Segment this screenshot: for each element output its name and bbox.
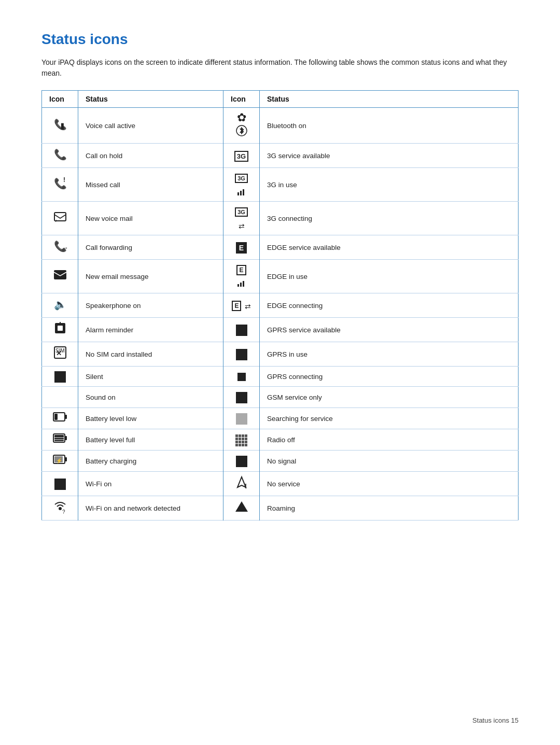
intro-text: Your iPAQ displays icons on the screen t…	[41, 57, 519, 79]
status-alarm: Alarm reminder	[78, 318, 223, 342]
icon-roaming	[223, 496, 260, 521]
icon-silent	[42, 367, 78, 387]
svg-text:→: →	[62, 244, 67, 251]
table-row: 📞 → Call forwarding E EDGE service avail…	[42, 235, 519, 260]
svg-text:▋: ▋	[61, 123, 65, 130]
status-voice-call: Voice call active	[78, 108, 223, 144]
icon-gprs-avail	[223, 318, 260, 342]
status-no-signal: No signal	[260, 451, 519, 472]
icon-edge-use: E	[223, 260, 260, 293]
svg-marker-40	[235, 501, 248, 512]
svg-rect-14	[54, 270, 66, 279]
icon-call-fwd: 📞 →	[42, 235, 78, 260]
table-row: New email message E EDGE in use	[42, 260, 519, 293]
icon-no-service: !	[223, 472, 260, 496]
icon-batt-full	[42, 429, 78, 451]
icon-no-sim: ✕ SIM	[42, 342, 78, 367]
svg-rect-34	[65, 457, 67, 461]
icon-email	[42, 260, 78, 293]
icon-wifi-on	[42, 472, 78, 496]
status-icons-table: Icon Status Icon Status 📞 ▋ Voice call a…	[41, 90, 519, 521]
page-footer: Status icons 15	[472, 716, 519, 724]
status-edge-avail: EDGE service available	[260, 235, 519, 260]
status-batt-low: Battery level low	[78, 408, 223, 429]
table-row: Alarm reminder GPRS service available	[42, 318, 519, 342]
status-edge-use: EDGE in use	[260, 260, 519, 293]
status-edge-conn: EDGE connecting	[260, 293, 519, 318]
icon-no-signal	[223, 451, 260, 472]
table-row: ♪ New voice mail 3G ⇄ 3G connecting	[42, 202, 519, 235]
svg-text:!: !	[63, 176, 65, 184]
icon-3g-avail: 3G	[223, 144, 260, 168]
svg-text:!: !	[245, 483, 247, 489]
icon-3g-use: 3G	[223, 168, 260, 202]
icon-gprs-use	[223, 342, 260, 367]
svg-rect-27	[54, 414, 58, 420]
icon-batt-low	[42, 408, 78, 429]
svg-rect-16	[240, 283, 242, 287]
icon-wifi-net: ?	[42, 496, 78, 521]
icon-batt-charge: ⚡	[42, 451, 78, 472]
icon-gprs-conn	[223, 367, 260, 387]
svg-rect-8	[240, 191, 242, 195]
status-radio-off: Radio off	[260, 429, 519, 451]
status-missed-call: Missed call	[78, 168, 223, 202]
table-row: ⚡ Battery charging No signal	[42, 451, 519, 472]
status-3g-connecting: 3G connecting	[260, 202, 519, 235]
svg-text:♪: ♪	[55, 218, 57, 223]
icon-call-hold: 📞 ···	[42, 144, 78, 168]
svg-text:···: ···	[62, 155, 66, 160]
table-row: ✕ SIM No SIM card installed GPRS in use	[42, 342, 519, 367]
svg-rect-17	[243, 281, 244, 287]
icon-searching	[223, 408, 260, 429]
svg-rect-30	[54, 435, 64, 441]
icon-speaker: 🔈	[42, 293, 78, 318]
icon-radio-off	[223, 429, 260, 451]
icon-sound-on	[42, 387, 78, 408]
svg-rect-7	[237, 192, 239, 195]
icon-edge-avail: E	[223, 235, 260, 260]
icon-missed-call: 📞 !	[42, 168, 78, 202]
status-gprs-use: GPRS in use	[260, 342, 519, 367]
status-bluetooth: Bluetooth on	[260, 108, 519, 144]
icon-gsm	[223, 387, 260, 408]
status-batt-charge: Battery charging	[78, 451, 223, 472]
table-row: Silent GPRS connecting	[42, 367, 519, 387]
svg-rect-20	[58, 326, 63, 331]
icon-edge-conn: E ⇄	[223, 293, 260, 318]
status-voicemail: New voice mail	[78, 202, 223, 235]
svg-rect-15	[237, 284, 239, 287]
svg-text:⚡: ⚡	[56, 457, 63, 464]
table-row: Wi-Fi on ! No service	[42, 472, 519, 496]
icon-bluetooth: ✿	[223, 108, 260, 144]
icon-alarm	[42, 318, 78, 342]
status-gsm: GSM service only	[260, 387, 519, 408]
status-speaker: Speakerphone on	[78, 293, 223, 318]
svg-rect-29	[65, 436, 67, 440]
svg-rect-21	[60, 322, 61, 324]
status-searching: Searching for service	[260, 408, 519, 429]
col-header-status2: Status	[260, 91, 519, 108]
svg-text:🔈: 🔈	[54, 298, 67, 311]
status-roaming: Roaming	[260, 496, 519, 521]
status-wifi-net: Wi-Fi on and network detected	[78, 496, 223, 521]
status-silent: Silent	[78, 367, 223, 387]
col-header-icon2: Icon	[223, 91, 260, 108]
svg-rect-26	[65, 415, 67, 419]
table-row: Battery level low Searching for service	[42, 408, 519, 429]
icon-voice-call: 📞 ▋	[42, 108, 78, 144]
status-email: New email message	[78, 260, 223, 293]
status-gprs-avail: GPRS service available	[260, 318, 519, 342]
svg-text:SIM: SIM	[55, 348, 65, 354]
status-call-hold: Call on hold	[78, 144, 223, 168]
status-3g-avail: 3G service available	[260, 144, 519, 168]
table-row: Sound on GSM service only	[42, 387, 519, 408]
status-sound-on: Sound on	[78, 387, 223, 408]
icon-3g-connecting: 3G ⇄	[223, 202, 260, 235]
status-wifi-on: Wi-Fi on	[78, 472, 223, 496]
table-row: 📞 ··· Call on hold 3G 3G service availab…	[42, 144, 519, 168]
status-no-sim: No SIM card installed	[78, 342, 223, 367]
table-header-row: Icon Status Icon Status	[42, 91, 519, 108]
table-row: 🔈 Speakerphone on E ⇄ EDGE connecting	[42, 293, 519, 318]
table-row: 📞 ! Missed call 3G 3G in use	[42, 168, 519, 202]
